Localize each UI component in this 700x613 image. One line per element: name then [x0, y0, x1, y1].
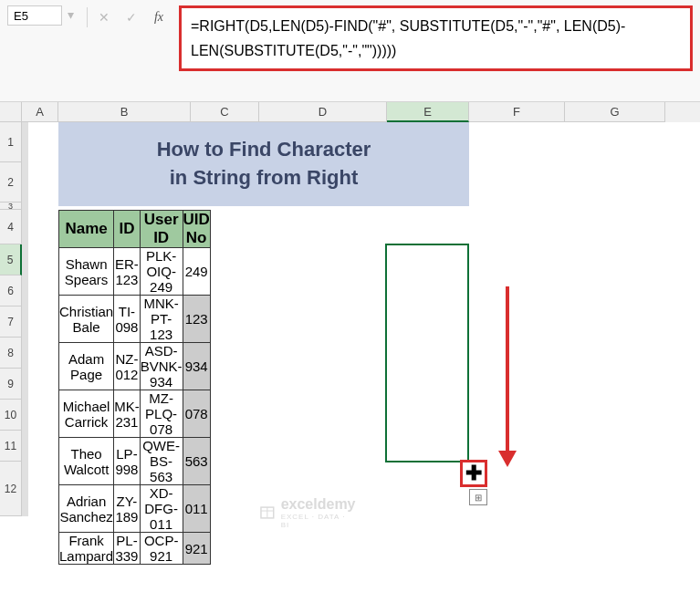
row-header-10[interactable]: 10 — [0, 400, 22, 431]
cell-id[interactable]: TI-098 — [114, 296, 141, 343]
table-row: Christian Bale TI-098 MNK-PT-123 123 — [59, 296, 211, 343]
row-header-5[interactable]: 5 — [0, 244, 22, 275]
table-row: Shawn Spears ER-123 PLK-OIQ-249 249 — [59, 248, 211, 296]
watermark-tagline: EXCEL · DATA · BI — [281, 513, 356, 529]
cell-userid[interactable]: OCP-921 — [140, 533, 183, 565]
cell-name[interactable]: Michael Carrick — [59, 390, 114, 438]
enter-icon[interactable]: ✓ — [120, 7, 142, 27]
header-uid[interactable]: UID No — [183, 211, 210, 248]
header-userid[interactable]: User ID — [140, 211, 183, 248]
col-header-A[interactable]: A — [22, 102, 58, 122]
row-header-7[interactable]: 7 — [0, 306, 22, 338]
cell-name[interactable]: Christian Bale — [59, 296, 114, 343]
cell-uid[interactable]: 921 — [183, 533, 210, 565]
name-box[interactable] — [7, 5, 62, 26]
table-row: Frank Lampard PL-339 OCP-921 921 — [59, 533, 211, 565]
autofill-options-icon[interactable]: ⊞ — [469, 489, 487, 505]
watermark-icon — [259, 504, 277, 522]
col-header-B[interactable]: B — [58, 102, 191, 122]
row-header-11[interactable]: 11 — [0, 431, 22, 462]
table-row: Adrian Sanchez ZY-189 XD-DFG-011 011 — [59, 485, 211, 533]
cell-id[interactable]: MK-231 — [114, 390, 141, 438]
title-line1: How to Find Character — [157, 136, 371, 164]
table-row: Michael Carrick MK-231 MZ-PLQ-078 078 — [59, 390, 211, 438]
data-table: Name ID User ID UID No Shawn Spears ER-1… — [58, 210, 211, 565]
cell-id[interactable]: ZY-189 — [114, 485, 141, 533]
row-header-12[interactable]: 12 — [0, 462, 22, 516]
cell-userid[interactable]: MZ-PLQ-078 — [140, 390, 183, 438]
cell-uid[interactable]: 934 — [183, 343, 210, 390]
header-name[interactable]: Name — [59, 211, 114, 248]
row-headers: 1 2 3 4 5 6 7 8 9 10 11 12 — [0, 122, 22, 516]
worksheet-title: How to Find Character in String from Rig… — [58, 122, 469, 206]
cell-name[interactable]: Frank Lampard — [59, 533, 114, 565]
table-row: Theo Walcott LP-998 QWE-BS-563 563 — [59, 438, 211, 485]
row-header-2[interactable]: 2 — [0, 162, 22, 203]
col-header-C[interactable]: C — [191, 102, 259, 122]
name-box-dropdown-icon[interactable]: ▾ — [68, 7, 74, 22]
row-header-4[interactable]: 4 — [0, 210, 22, 244]
cell-id[interactable]: PL-339 — [114, 533, 141, 565]
row-header-8[interactable]: 8 — [0, 338, 22, 369]
row-header-6[interactable]: 6 — [0, 275, 22, 306]
header-id[interactable]: ID — [114, 211, 141, 248]
cell-userid[interactable]: XD-DFG-011 — [140, 485, 183, 533]
row-header-1[interactable]: 1 — [0, 122, 22, 162]
annotation-arrow — [506, 286, 517, 467]
cell-uid[interactable]: 249 — [183, 248, 210, 296]
column-headers: A B C D E F G — [0, 102, 700, 122]
cell-name[interactable]: Adam Page — [59, 343, 114, 390]
cell-uid[interactable]: 123 — [183, 296, 210, 343]
col-header-E[interactable]: E — [387, 102, 469, 122]
title-line2: in String from Right — [170, 164, 359, 192]
select-all-corner[interactable] — [0, 102, 22, 122]
formula-bar-container: ▾ ✕ ✓ fx =RIGHT(D5,LEN(D5)-FIND("#", SUB… — [0, 0, 700, 102]
cell-name[interactable]: Adrian Sanchez — [59, 485, 114, 533]
cell-userid[interactable]: QWE-BS-563 — [140, 438, 183, 485]
spreadsheet-grid: A B C D E F G 1 2 3 4 5 6 7 8 9 10 11 12 — [0, 102, 700, 516]
cell-id[interactable]: LP-998 — [114, 438, 141, 485]
formula-bar[interactable]: =RIGHT(D5,LEN(D5)-FIND("#", SUBSTITUTE(D… — [179, 5, 693, 71]
cell-uid[interactable]: 011 — [183, 485, 210, 533]
insert-function-icon[interactable]: fx — [148, 7, 170, 27]
cell-name[interactable]: Shawn Spears — [59, 248, 114, 296]
selection-outline — [385, 244, 469, 462]
watermark: exceldemy EXCEL · DATA · BI — [259, 496, 356, 529]
cancel-icon[interactable]: ✕ — [93, 7, 115, 27]
col-header-F[interactable]: F — [469, 102, 565, 122]
watermark-brand: exceldemy — [281, 496, 356, 512]
col-header-D[interactable]: D — [259, 102, 387, 122]
row-header-9[interactable]: 9 — [0, 369, 22, 400]
separator — [87, 7, 88, 27]
fill-handle-cursor[interactable]: ✚ — [460, 460, 487, 487]
cell-name[interactable]: Theo Walcott — [59, 438, 114, 485]
cell-id[interactable]: ER-123 — [114, 248, 141, 296]
cell-uid[interactable]: 563 — [183, 438, 210, 485]
cell-uid[interactable]: 078 — [183, 390, 210, 438]
row-header-3[interactable]: 3 — [0, 203, 22, 210]
col-header-G[interactable]: G — [565, 102, 665, 122]
cell-userid[interactable]: MNK-PT-123 — [140, 296, 183, 343]
cell-id[interactable]: NZ-012 — [114, 343, 141, 390]
cell-userid[interactable]: ASD-BVNK-934 — [140, 343, 183, 390]
table-row: Adam Page NZ-012 ASD-BVNK-934 934 — [59, 343, 211, 390]
cell-userid[interactable]: PLK-OIQ-249 — [140, 248, 183, 296]
